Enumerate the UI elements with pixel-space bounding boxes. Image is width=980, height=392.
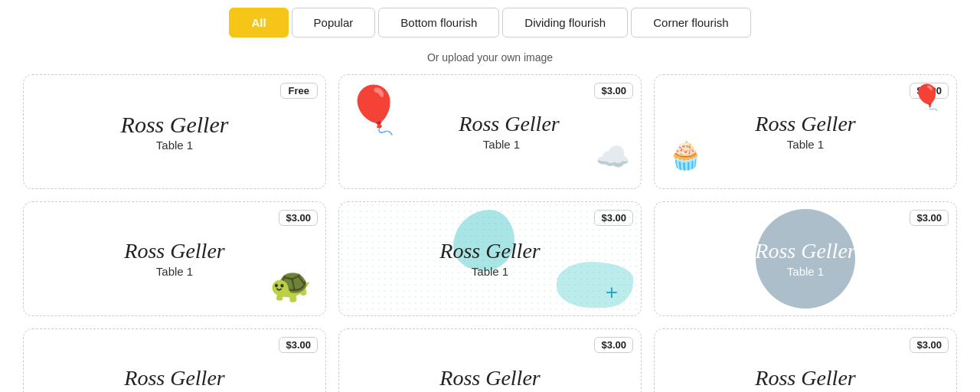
balloon-icon: 🎈	[345, 83, 403, 137]
card-2[interactable]: $3.00 🎈 Ross Geller Table 1 ☁️	[338, 74, 642, 189]
nav-corner-flourish[interactable]: Corner flourish	[631, 8, 750, 38]
nav-all[interactable]: All	[229, 8, 288, 38]
category-nav: All Popular Bottom flourish Dividing flo…	[0, 0, 980, 45]
card-4-name: Ross Geller	[124, 240, 224, 263]
card-6-table: Table 1	[787, 265, 824, 278]
cloud-icon: ☁️	[596, 141, 630, 173]
card-1-table: Table 1	[156, 139, 193, 152]
card-6-text: Ross Geller Table 1	[755, 240, 855, 278]
blob2	[557, 262, 633, 308]
card-6[interactable]: $3.00 Ross Geller Table 1	[654, 201, 957, 316]
nav-bottom-flourish[interactable]: Bottom flourish	[378, 8, 499, 38]
nav-dividing-flourish[interactable]: Dividing flourish	[502, 8, 628, 38]
card-6-name: Ross Geller	[755, 240, 855, 263]
card-5[interactable]: $3.00 Ross Geller Table 1 +	[338, 201, 642, 316]
card-2-name: Ross Geller	[459, 113, 559, 136]
card-5-name: Ross Geller	[439, 240, 540, 263]
card-1[interactable]: Free Ross Geller Table 1	[23, 74, 326, 189]
card-3[interactable]: $3.00 🎈 Ross Geller Table 1 🧁	[654, 74, 957, 189]
card-8-name: Ross Geller	[439, 367, 540, 390]
price-badge-8: $3.00	[594, 337, 633, 353]
card-2-text: Ross Geller Table 1	[420, 113, 559, 151]
nav-popular[interactable]: Popular	[292, 8, 376, 38]
price-badge-6: $3.00	[910, 210, 949, 226]
card-1-text: Ross Geller Table 1	[121, 112, 229, 152]
price-badge-1: Free	[280, 83, 318, 99]
card-7[interactable]: $3.00 Ross Geller Table 1 🔥	[23, 328, 326, 392]
card-8[interactable]: $3.00 Ross Geller Table 1 🍎	[338, 328, 642, 392]
card-3-text: Ross Geller Table 1	[755, 113, 855, 151]
plus-icon: +	[606, 280, 618, 305]
card-4[interactable]: $3.00 Ross Geller Table 1 🐢	[23, 201, 326, 316]
card-7-text: Ross Geller Table 1	[124, 367, 224, 392]
card-5-table: Table 1	[472, 265, 508, 278]
price-badge-2: $3.00	[594, 83, 633, 99]
card-3-table: Table 1	[787, 138, 824, 151]
card-7-name: Ross Geller	[124, 367, 224, 390]
card-9-text: Ross Geller Table 1	[755, 367, 855, 392]
price-badge-7: $3.00	[279, 337, 318, 353]
card-9[interactable]: $3.00 Ross Geller Table 1 🧉	[654, 328, 957, 392]
price-badge-9: $3.00	[910, 337, 949, 353]
card-grid: Free Ross Geller Table 1 $3.00 🎈 Ross Ge…	[0, 74, 980, 392]
upload-hint: Or upload your own image	[0, 51, 980, 64]
card-3-name: Ross Geller	[755, 113, 855, 136]
card-5-text: Ross Geller Table 1	[439, 240, 540, 278]
orange-balloon-icon: 🎈	[912, 83, 942, 112]
card-9-name: Ross Geller	[755, 367, 855, 390]
card-8-text: Ross Geller Table 1	[439, 367, 540, 392]
cupcake-icon: 🧁	[668, 139, 703, 172]
card-1-name: Ross Geller	[121, 112, 229, 137]
price-badge-4: $3.00	[279, 210, 318, 226]
card-2-table: Table 1	[483, 138, 520, 151]
turtle-icon: 🐢	[270, 265, 312, 305]
card-4-text: Ross Geller Table 1	[124, 240, 224, 278]
card-4-table: Table 1	[156, 265, 193, 278]
